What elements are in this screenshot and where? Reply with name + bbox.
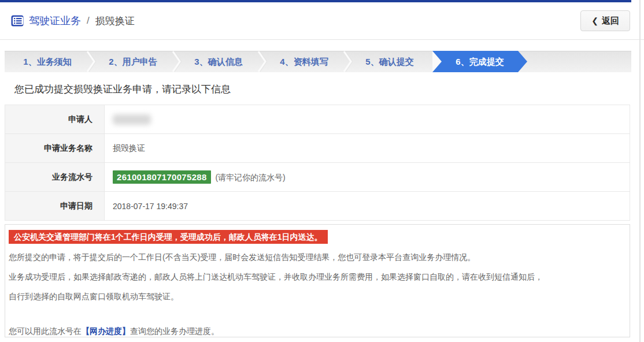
breadcrumb-separator: / — [87, 15, 90, 27]
date-value: 2018-07-17 19:49:37 — [105, 192, 630, 221]
page-title-category: 驾驶证业务 — [29, 14, 81, 28]
progress-hint-suffix: 查询您的业务办理进度。 — [130, 326, 219, 336]
progress-hint: 您可以用此流水号在【网办进度】查询您的业务办理进度。 — [9, 323, 626, 340]
back-button-label: 返回 — [602, 16, 619, 27]
table-row-date: 申请日期 2018-07-17 19:49:37 — [5, 192, 630, 221]
applicant-value-cell — [105, 105, 630, 134]
sla-alert-banner: 公安机关交通管理部门将在1个工作日内受理，受理成功后，邮政人员将在1日内送达。 — [9, 230, 328, 244]
progress-tracking-link[interactable]: 【网办进度】 — [82, 326, 130, 336]
notice-paragraph: 自行到选择的自取网点窗口领取机动车驾驶证。 — [9, 288, 626, 305]
page-title-service: 损毁换证 — [95, 14, 135, 28]
step-wizard: 1、业务须知 2、用户申告 3、确认信息 4、资料填写 5、确认提交 6、完成提… — [5, 51, 631, 72]
serial-label: 业务流水号 — [5, 163, 105, 192]
back-button[interactable]: ❮ 返回 — [580, 10, 630, 31]
list-icon — [10, 14, 24, 28]
notice-paragraph: 您所提交的申请，将于提交后的一个工作日(不含当天)受理，届时会发送短信告知受理结… — [9, 249, 626, 266]
chevron-left-icon: ❮ — [591, 16, 598, 25]
progress-hint-prefix: 您可以用此流水号在 — [9, 326, 82, 336]
applicant-name-masked — [113, 114, 151, 125]
business-name-value: 损毁换证 — [105, 134, 630, 163]
notice-box: 公安机关交通管理部门将在1个工作日内受理，受理成功后，邮政人员将在1日内送达。 … — [5, 224, 630, 337]
step-6-complete-active: 6、完成提交 — [432, 51, 527, 72]
application-info-table: 申请人 申请业务名称 损毁换证 业务流水号 261001807170075288… — [5, 105, 630, 221]
table-row-serial: 业务流水号 261001807170075288 (请牢记你的流水号) — [5, 163, 630, 192]
page: 驾驶证业务 / 损毁换证 ❮ 返回 1、业务须知 2、用户申告 3、确认信息 4… — [0, 0, 644, 342]
page-edge-line — [639, 0, 641, 342]
success-heading: 您已成功提交损毁换证业务申请，请记录以下信息 — [14, 83, 231, 96]
step-1-notice: 1、业务须知 — [5, 51, 90, 72]
notice-paragraph: 业务成功受理后，如果选择邮政寄递的，邮政人员将上门送达机动车驾驶证，并收取办理业… — [9, 269, 626, 285]
step-3-confirm-info: 3、确认信息 — [176, 51, 261, 72]
applicant-label: 申请人 — [5, 105, 105, 134]
table-row-business-name: 申请业务名称 损毁换证 — [5, 134, 630, 163]
serial-value-cell: 261001807170075288 (请牢记你的流水号) — [105, 163, 630, 192]
step-2-declaration: 2、用户申告 — [90, 51, 176, 72]
serial-note: (请牢记你的流水号) — [215, 173, 285, 182]
serial-number-badge: 261001807170075288 — [113, 170, 211, 184]
step-4-fill-data: 4、资料填写 — [261, 51, 347, 72]
header-divider — [0, 39, 644, 40]
header: 驾驶证业务 / 损毁换证 ❮ 返回 — [0, 2, 644, 39]
step-5-confirm-submit: 5、确认提交 — [347, 51, 432, 72]
business-name-label: 申请业务名称 — [5, 134, 105, 163]
breadcrumb: 驾驶证业务 / 损毁换证 — [10, 14, 135, 28]
date-label: 申请日期 — [5, 192, 105, 221]
table-row-applicant: 申请人 — [5, 105, 630, 134]
